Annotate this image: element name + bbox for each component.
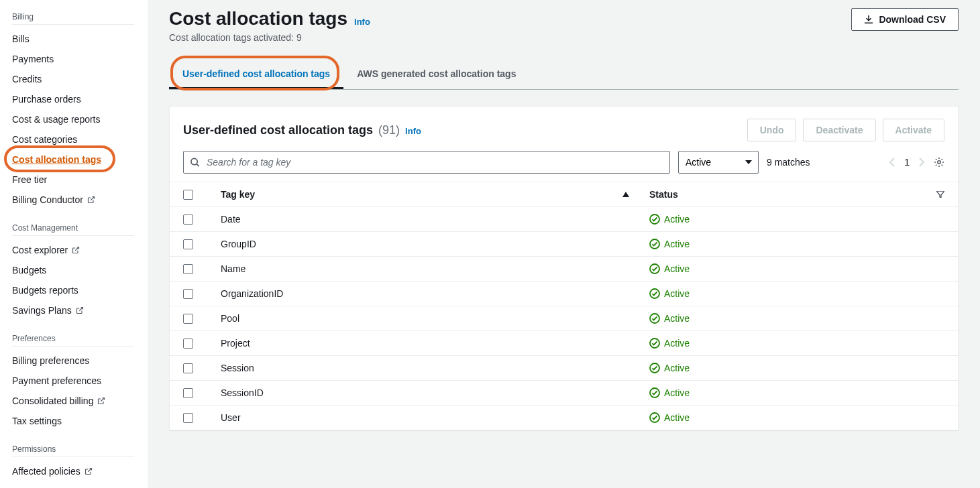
tab-label: AWS generated cost allocation tags	[357, 68, 516, 79]
sidebar-item-bills[interactable]: Bills	[12, 29, 148, 49]
sidebar-item-cost-allocation-tags[interactable]: Cost allocation tags	[12, 149, 148, 170]
status-cell: Active	[664, 387, 690, 398]
settings-icon[interactable]	[934, 157, 944, 168]
column-header-status[interactable]: Status	[649, 189, 944, 200]
sidebar-item-label: Cost & usage reports	[12, 114, 101, 125]
external-link-icon	[87, 196, 95, 204]
status-cell: Active	[664, 288, 690, 299]
sidebar-item-label: Budgets reports	[12, 285, 78, 296]
tag-key-cell: Session	[221, 363, 254, 373]
tags-panel: User-defined cost allocation tags (91) I…	[169, 106, 959, 430]
tag-key-cell: GroupID	[221, 239, 256, 249]
status-active-icon	[649, 313, 660, 324]
sidebar: Billing Bills Payments Credits Purchase …	[0, 0, 148, 488]
page-next[interactable]	[919, 158, 924, 167]
external-link-icon	[97, 397, 105, 405]
sidebar-item-purchase-orders[interactable]: Purchase orders	[12, 89, 148, 109]
row-checkbox[interactable]	[183, 413, 193, 423]
status-cell: Active	[664, 363, 690, 373]
sidebar-item-label: Payment preferences	[12, 375, 101, 386]
download-csv-button[interactable]: Download CSV	[851, 8, 959, 31]
sidebar-item-label: Budgets	[12, 265, 46, 276]
svg-point-1	[938, 161, 940, 164]
info-link[interactable]: Info	[354, 17, 370, 27]
deactivate-button[interactable]: Deactivate	[803, 119, 875, 141]
sidebar-item-savings-plans[interactable]: Savings Plans	[12, 300, 148, 320]
status-cell: Active	[664, 313, 690, 324]
sidebar-item-label: Credits	[12, 74, 42, 84]
table-row: OrganizationID Active	[170, 282, 958, 306]
matches-count: 9 matches	[767, 157, 810, 168]
tab-aws-generated[interactable]: AWS generated cost allocation tags	[343, 60, 529, 89]
table-row: User Active	[170, 406, 958, 430]
sidebar-item-cost-explorer[interactable]: Cost explorer	[12, 240, 148, 260]
sidebar-item-tax-settings[interactable]: Tax settings	[12, 411, 148, 431]
row-checkbox[interactable]	[183, 314, 193, 324]
tab-user-defined[interactable]: User-defined cost allocation tags	[169, 60, 343, 89]
sidebar-item-free-tier[interactable]: Free tier	[12, 170, 148, 190]
row-checkbox[interactable]	[183, 289, 193, 299]
row-checkbox[interactable]	[183, 215, 193, 225]
status-active-icon	[649, 338, 660, 349]
row-checkbox[interactable]	[183, 264, 193, 274]
status-cell: Active	[664, 338, 690, 349]
download-icon	[864, 15, 873, 24]
table-row: Pool Active	[170, 306, 958, 331]
download-csv-label: Download CSV	[879, 14, 946, 25]
sidebar-item-affected-policies[interactable]: Affected policies	[12, 461, 148, 481]
search-box	[183, 151, 670, 174]
table-row: Session Active	[170, 356, 958, 381]
search-input[interactable]	[183, 151, 670, 174]
sidebar-item-cost-usage-reports[interactable]: Cost & usage reports	[12, 109, 148, 129]
sidebar-item-label: Savings Plans	[12, 305, 72, 316]
select-all-checkbox[interactable]	[183, 190, 193, 200]
section-title-billing: Billing	[12, 8, 134, 25]
sidebar-item-credits[interactable]: Credits	[12, 69, 148, 89]
tag-key-cell: Date	[221, 214, 241, 225]
sidebar-item-budgets-reports[interactable]: Budgets reports	[12, 280, 148, 300]
section-title-preferences: Preferences	[12, 330, 134, 347]
sidebar-item-label: Cost categories	[12, 134, 77, 145]
pagination: 1	[889, 157, 944, 168]
undo-button[interactable]: Undo	[747, 119, 797, 141]
row-checkbox[interactable]	[183, 363, 193, 373]
sidebar-item-budgets[interactable]: Budgets	[12, 260, 148, 280]
table-row: GroupID Active	[170, 232, 958, 257]
tag-key-cell: SessionID	[221, 387, 264, 398]
sidebar-item-payment-preferences[interactable]: Payment preferences	[12, 371, 148, 391]
column-header-tag-key[interactable]: Tag key	[221, 189, 649, 200]
table-row: SessionID Active	[170, 381, 958, 406]
status-filter-select[interactable]: Active	[678, 151, 759, 174]
sidebar-item-payments[interactable]: Payments	[12, 49, 148, 69]
external-link-icon	[85, 467, 93, 475]
main-content: Cost allocation tags Info Cost allocatio…	[148, 0, 980, 488]
sidebar-item-label: Billing Conductor	[12, 194, 83, 205]
row-checkbox[interactable]	[183, 388, 193, 398]
sidebar-item-billing-preferences[interactable]: Billing preferences	[12, 351, 148, 371]
tag-key-cell: Pool	[221, 313, 239, 324]
page-prev[interactable]	[889, 158, 895, 167]
sort-asc-icon	[622, 192, 629, 197]
row-checkbox[interactable]	[183, 239, 193, 249]
status-active-icon	[649, 239, 660, 249]
sidebar-item-label: Cost allocation tags	[12, 154, 101, 165]
search-icon	[190, 158, 200, 168]
sidebar-item-label: Affected policies	[12, 466, 80, 477]
sidebar-item-billing-conductor[interactable]: Billing Conductor	[12, 190, 148, 210]
sidebar-item-consolidated-billing[interactable]: Consolidated billing	[12, 391, 148, 411]
panel-count: (91)	[378, 123, 400, 137]
external-link-icon	[72, 246, 80, 254]
svg-point-0	[191, 158, 197, 164]
row-checkbox[interactable]	[183, 339, 193, 349]
sidebar-item-label: Payments	[12, 54, 54, 64]
status-cell: Active	[664, 263, 690, 274]
activate-button[interactable]: Activate	[883, 119, 944, 141]
status-cell: Active	[664, 214, 690, 225]
page-number: 1	[904, 157, 910, 168]
external-link-icon	[76, 306, 84, 314]
sidebar-item-label: Cost explorer	[12, 245, 68, 255]
panel-title: User-defined cost allocation tags	[183, 123, 373, 137]
sidebar-item-label: Free tier	[12, 174, 47, 185]
panel-info-link[interactable]: Info	[405, 126, 421, 136]
sidebar-item-cost-categories[interactable]: Cost categories	[12, 129, 148, 149]
